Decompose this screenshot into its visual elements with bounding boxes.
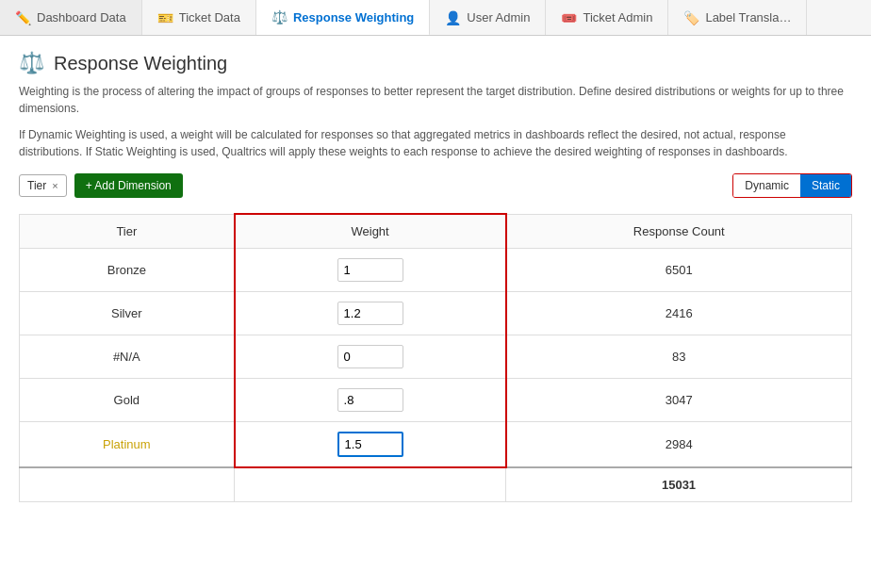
total-weight-cell bbox=[235, 467, 506, 502]
tier-badge-label: Tier bbox=[27, 179, 46, 192]
weighting-icon: ⚖️ bbox=[271, 9, 288, 24]
tier-cell-platinum: Platinum bbox=[20, 422, 235, 468]
total-count-cell: 15031 bbox=[506, 467, 852, 502]
col-header-tier: Tier bbox=[20, 214, 235, 249]
response-count-cell: 3047 bbox=[506, 379, 852, 422]
tier-cell: #N/A bbox=[20, 335, 235, 379]
tab-user-admin[interactable]: 👤 User Admin bbox=[430, 0, 546, 35]
total-row: 15031 bbox=[20, 467, 852, 502]
tab-bar: ✏️ Dashboard Data 🎫 Ticket Data ⚖️ Respo… bbox=[0, 0, 871, 36]
tab-dashboard-data[interactable]: ✏️ Dashboard Data bbox=[0, 0, 142, 35]
toolbar: Tier × + Add Dimension Dynamic Static bbox=[19, 173, 852, 198]
col-header-response-count: Response Count bbox=[506, 214, 852, 249]
weight-input-gold[interactable] bbox=[337, 388, 403, 412]
response-count-cell: 83 bbox=[506, 335, 852, 379]
page-content: ⚖️ Response Weighting Weighting is the p… bbox=[0, 36, 871, 517]
add-dimension-button[interactable]: + Add Dimension bbox=[74, 173, 183, 198]
table-row: Platinum 2984 bbox=[20, 422, 852, 468]
label-icon: 🏷️ bbox=[683, 10, 699, 25]
weight-input-silver[interactable] bbox=[337, 302, 403, 325]
response-count-cell: 6501 bbox=[506, 249, 852, 292]
tab-ticket-data[interactable]: 🎫 Ticket Data bbox=[142, 0, 256, 35]
page-title: Response Weighting bbox=[54, 53, 227, 74]
weight-cell-platinum bbox=[235, 422, 506, 468]
weight-cell bbox=[235, 292, 506, 335]
total-label-cell bbox=[20, 467, 235, 502]
weight-input-bronze[interactable] bbox=[337, 258, 403, 282]
table-row: Bronze 6501 bbox=[20, 249, 852, 292]
static-mode-button[interactable]: Static bbox=[800, 174, 851, 197]
ticket-icon: 🎫 bbox=[157, 10, 173, 25]
weight-cell bbox=[235, 249, 506, 292]
tier-cell: Bronze bbox=[20, 249, 235, 292]
table-row: Gold 3047 bbox=[20, 379, 852, 422]
dashboard-icon: ✏️ bbox=[15, 10, 31, 25]
tier-badge: Tier × bbox=[19, 174, 67, 197]
weight-cell bbox=[235, 379, 506, 422]
weight-input-platinum[interactable] bbox=[337, 432, 403, 457]
col-header-weight: Weight bbox=[235, 214, 506, 249]
tab-label-translation[interactable]: 🏷️ Label Transla… bbox=[668, 0, 807, 35]
weighting-mode-toggle: Dynamic Static bbox=[732, 173, 852, 198]
tier-cell: Gold bbox=[20, 379, 235, 422]
table-row: Silver 2416 bbox=[20, 292, 852, 335]
weight-cell bbox=[235, 335, 506, 379]
weighting-table: Tier Weight Response Count Bronze 6501 S… bbox=[19, 213, 852, 502]
ticket-admin-icon: 🎟️ bbox=[561, 10, 577, 25]
user-icon: 👤 bbox=[445, 10, 461, 25]
page-header: ⚖️ Response Weighting bbox=[19, 51, 852, 75]
description-primary: Weighting is the process of altering the… bbox=[19, 83, 852, 117]
page-icon: ⚖️ bbox=[19, 51, 44, 75]
response-count-cell: 2984 bbox=[506, 422, 852, 468]
tab-ticket-admin[interactable]: 🎟️ Ticket Admin bbox=[546, 0, 668, 35]
tab-response-weighting[interactable]: ⚖️ Response Weighting bbox=[256, 0, 430, 36]
response-count-cell: 2416 bbox=[506, 292, 852, 335]
toolbar-left: Tier × + Add Dimension bbox=[19, 173, 183, 198]
tier-cell: Silver bbox=[20, 292, 235, 335]
weight-input-na[interactable] bbox=[337, 345, 403, 368]
tier-badge-close[interactable]: × bbox=[52, 180, 58, 191]
table-row: #N/A 83 bbox=[20, 335, 852, 379]
description-secondary: If Dynamic Weighting is used, a weight w… bbox=[19, 126, 852, 160]
dynamic-mode-button[interactable]: Dynamic bbox=[733, 174, 800, 197]
